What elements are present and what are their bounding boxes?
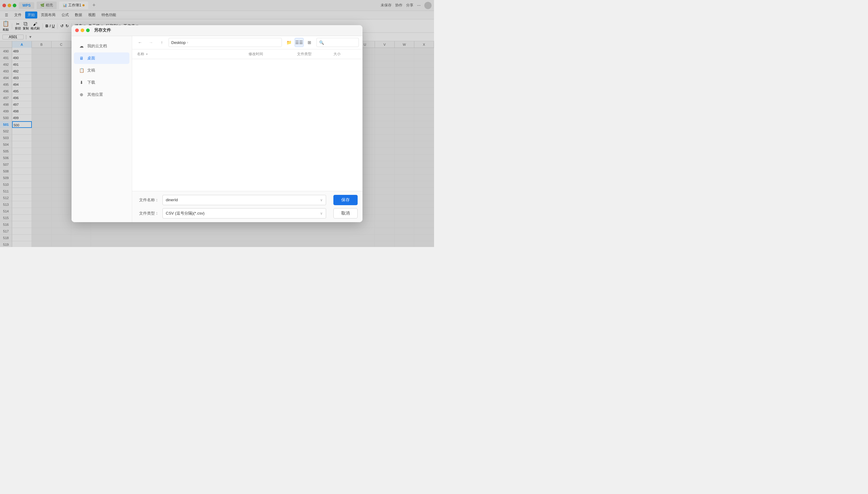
view-controls: 📁 ☰☰ ⊞ [284, 38, 314, 47]
filetype-row: 文件类型： CSV (逗号分隔)(*.csv) ∨ 取消 [137, 208, 358, 218]
documents-label: 文稿 [87, 68, 95, 73]
col-type-header: 文件类型 [297, 52, 333, 57]
list-view-btn[interactable]: ☰☰ [294, 38, 304, 47]
nav-forward-btn[interactable]: → [147, 38, 155, 47]
dialog-nav: ← → ↑ Desktop › 📁 ☰☰ ⊞ 🔍 [132, 36, 363, 50]
nav-up-btn[interactable]: ↑ [158, 38, 166, 47]
col-size-header: 大小 [333, 52, 358, 57]
sort-icon: ▾ [146, 53, 148, 56]
filename-value: dinerId [166, 197, 178, 202]
sidebar-desktop[interactable]: 🖥 桌面 [74, 53, 130, 64]
filetype-label: 文件类型： [137, 211, 159, 216]
dialog-body: ☁ 我的云文档 🖥 桌面 📋 文稿 ⬇ 下载 ⊕ 其他位置 [72, 36, 363, 222]
filetype-input[interactable]: CSV (逗号分隔)(*.csv) ∨ [162, 208, 326, 218]
filename-input[interactable]: dinerId ∨ [162, 195, 326, 205]
sidebar-cloud-docs[interactable]: ☁ 我的云文档 [74, 40, 130, 52]
other-icon: ⊕ [79, 92, 84, 97]
downloads-label: 下载 [87, 80, 95, 85]
dialog-close-btn[interactable] [75, 28, 79, 32]
filename-row: 文件名称： dinerId ∨ 保存 [137, 195, 358, 205]
search-icon: 🔍 [319, 40, 324, 45]
grid-view-btn[interactable]: ⊞ [305, 38, 314, 47]
footer-buttons: 保存 [333, 195, 358, 205]
save-button[interactable]: 保存 [333, 195, 358, 205]
cloud-icon: ☁ [79, 43, 84, 49]
cancel-btn-wrapper: 取消 [333, 208, 358, 218]
filename-label: 文件名称： [137, 197, 159, 203]
breadcrumb-text: Desktop [171, 40, 186, 45]
new-folder-btn[interactable]: 📁 [284, 38, 293, 47]
file-area[interactable] [132, 59, 363, 191]
cloud-label: 我的云文档 [87, 43, 107, 49]
desktop-icon: 🖥 [79, 55, 84, 61]
documents-icon: 📋 [79, 68, 84, 73]
desktop-label: 桌面 [87, 55, 95, 61]
dialog-footer: 文件名称： dinerId ∨ 保存 文件类型： CSV (逗号分隔)(*.cs… [132, 191, 363, 222]
sidebar-downloads[interactable]: ⬇ 下载 [74, 77, 130, 88]
filetype-value: CSV (逗号分隔)(*.csv) [166, 211, 205, 216]
dialog-maximize-btn[interactable] [86, 28, 90, 32]
breadcrumb-bar: Desktop › [169, 38, 282, 47]
dialog-sidebar: ☁ 我的云文档 🖥 桌面 📋 文稿 ⬇ 下载 ⊕ 其他位置 [72, 36, 132, 222]
search-input[interactable] [326, 40, 363, 44]
save-as-dialog: 另存文件 ☁ 我的云文档 🖥 桌面 📋 文稿 ⬇ 下载 [72, 25, 363, 222]
dialog-overlay: 另存文件 ☁ 我的云文档 🖥 桌面 📋 文稿 ⬇ 下载 [0, 0, 434, 247]
filetype-chevron: ∨ [320, 211, 323, 215]
breadcrumb-chevron: › [187, 40, 188, 44]
dialog-titlebar: 另存文件 [72, 25, 363, 36]
col-name-header: 名称 ▾ [137, 52, 249, 57]
other-label: 其他位置 [87, 92, 103, 97]
dialog-main: ← → ↑ Desktop › 📁 ☰☰ ⊞ 🔍 [132, 36, 363, 222]
col-date-header: 修改时间 [249, 52, 297, 57]
column-header-row: 名称 ▾ 修改时间 文件类型 大小 [132, 50, 363, 59]
search-bar: 🔍 [316, 38, 359, 47]
filename-chevron: ∨ [320, 198, 323, 202]
dialog-minimize-btn[interactable] [81, 28, 84, 32]
cancel-button[interactable]: 取消 [333, 208, 358, 218]
downloads-icon: ⬇ [79, 80, 84, 85]
sidebar-other[interactable]: ⊕ 其他位置 [74, 89, 130, 100]
nav-back-btn[interactable]: ← [136, 38, 144, 47]
sidebar-documents[interactable]: 📋 文稿 [74, 64, 130, 76]
dialog-title: 另存文件 [94, 27, 111, 33]
